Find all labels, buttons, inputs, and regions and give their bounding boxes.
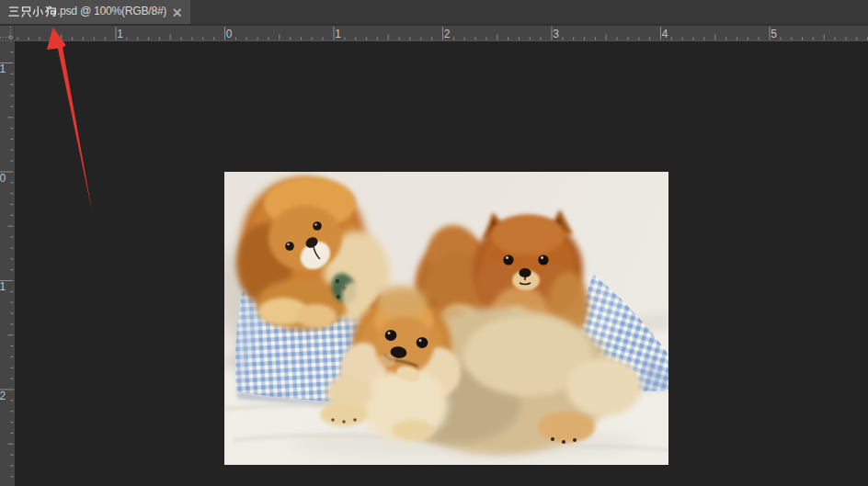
svg-text:0: 0 [226, 28, 233, 40]
svg-text:4: 4 [662, 28, 668, 40]
svg-text:2: 2 [444, 28, 451, 40]
svg-text:2: 2 [0, 390, 6, 402]
svg-text:3: 3 [553, 28, 559, 40]
svg-text:1: 1 [335, 28, 341, 40]
svg-text:1: 1 [117, 28, 123, 40]
svg-text:5: 5 [771, 28, 777, 40]
svg-text:1: 1 [0, 280, 6, 293]
